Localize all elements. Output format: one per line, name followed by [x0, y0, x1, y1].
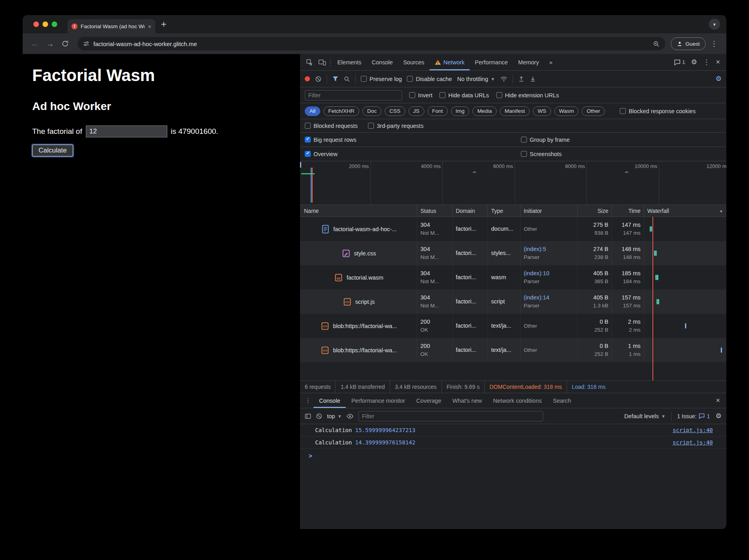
- factorial-input[interactable]: [86, 126, 167, 137]
- preserve-log-checkbox[interactable]: Preserve log: [361, 76, 402, 82]
- drawer-tab-search[interactable]: Search: [547, 393, 577, 408]
- console-message[interactable]: Calculation 14.399999976158142 script.js…: [300, 436, 726, 449]
- zoom-icon[interactable]: [653, 41, 660, 47]
- filter-toggle-button[interactable]: [332, 76, 339, 82]
- filter-chip-other[interactable]: Other: [582, 106, 605, 116]
- browser-tab[interactable]: ! Factorial Wasm (ad hoc Worl ×: [68, 19, 155, 33]
- clear-button[interactable]: [315, 76, 321, 82]
- network-settings-icon[interactable]: ⚙: [716, 75, 722, 83]
- table-row[interactable]: WA factorial.wasm 304Not M... factori...…: [300, 265, 726, 290]
- drawer-tab-network-conditions[interactable]: Network conditions: [488, 393, 548, 408]
- column-waterfall[interactable]: Waterfall ▲: [644, 205, 726, 216]
- group-by-frame-checkbox[interactable]: Group by frame: [521, 137, 570, 143]
- tab-network[interactable]: Network: [430, 54, 470, 70]
- screenshots-checkbox[interactable]: Screenshots: [521, 151, 562, 157]
- tab-sources[interactable]: Sources: [398, 54, 430, 70]
- table-row[interactable]: factorial-wasm-ad-hoc-... 304Not M... fa…: [300, 217, 726, 241]
- drawer-menu-icon[interactable]: ⋮: [302, 393, 314, 408]
- profile-button[interactable]: Guest: [671, 37, 706, 50]
- log-levels-select[interactable]: Default levels ▼: [624, 413, 666, 419]
- console-source-link[interactable]: script.js:40: [673, 427, 713, 433]
- column-initiator[interactable]: Initiator: [520, 205, 577, 216]
- tab-memory[interactable]: Memory: [513, 54, 544, 70]
- drawer-tab-whats-new[interactable]: What's new: [447, 393, 488, 408]
- table-row[interactable]: <> script.js 304Not M... factori... scri…: [300, 290, 726, 314]
- console-clear-button[interactable]: [316, 413, 322, 419]
- tab-close-icon[interactable]: ×: [148, 23, 151, 30]
- console-eye-button[interactable]: [346, 413, 354, 419]
- tab-search-button[interactable]: ▾: [709, 19, 720, 30]
- devtools-menu-icon[interactable]: ⋮: [703, 58, 710, 66]
- column-size[interactable]: Size: [577, 205, 612, 216]
- issues-counter[interactable]: 1: [674, 59, 685, 66]
- console-prompt[interactable]: >: [300, 449, 726, 460]
- address-bar[interactable]: factorial-wasm-ad-hoc-worker.glitch.me: [77, 37, 665, 50]
- overview-checkbox[interactable]: Overview: [305, 151, 337, 157]
- column-type[interactable]: Type: [488, 205, 520, 216]
- hide-extension-urls-checkbox[interactable]: Hide extension URLs: [496, 92, 559, 98]
- calculate-button[interactable]: Calculate: [32, 145, 73, 156]
- request-initiator-link[interactable]: (index):10: [524, 269, 574, 278]
- console-context-select[interactable]: top ▼: [327, 413, 342, 419]
- console-settings-icon[interactable]: ⚙: [716, 412, 722, 420]
- device-toolbar-button[interactable]: [316, 54, 329, 70]
- filter-chip-wasm[interactable]: Wasm: [554, 106, 579, 116]
- blocked-requests-checkbox[interactable]: Blocked requests: [305, 123, 358, 129]
- console-message[interactable]: Calculation 15.599999964237213 script.js…: [300, 424, 726, 436]
- drawer-tab-coverage[interactable]: Coverage: [411, 393, 447, 408]
- filter-chip-js[interactable]: JS: [408, 106, 424, 116]
- column-domain[interactable]: Domain: [452, 205, 488, 216]
- network-search-button[interactable]: [344, 76, 350, 82]
- filter-chip-fetch-xhr[interactable]: Fetch/XHR: [323, 106, 359, 116]
- devtools-settings-icon[interactable]: ⚙: [691, 58, 697, 66]
- big-request-rows-checkbox[interactable]: Big request rows: [305, 137, 356, 143]
- url-text[interactable]: factorial-wasm-ad-hoc-worker.glitch.me: [93, 41, 649, 47]
- disable-cache-checkbox[interactable]: Disable cache: [407, 76, 452, 82]
- third-party-requests-checkbox[interactable]: 3rd-party requests: [368, 123, 424, 129]
- column-status[interactable]: Status: [417, 205, 452, 216]
- console-sidebar-button[interactable]: [305, 413, 311, 419]
- more-tabs-icon[interactable]: »: [544, 54, 557, 70]
- filter-chip-font[interactable]: Font: [428, 106, 448, 116]
- table-row[interactable]: style.css 304Not M... factori... styles.…: [300, 241, 726, 265]
- throttling-select[interactable]: No throttling ▼: [457, 76, 495, 82]
- blocked-response-cookies-checkbox[interactable]: Blocked response cookies: [620, 108, 695, 114]
- minimize-window-button[interactable]: [43, 21, 48, 27]
- tab-elements[interactable]: Elements: [332, 54, 366, 70]
- filter-chip-media[interactable]: Media: [472, 106, 497, 116]
- invert-checkbox[interactable]: Invert: [409, 92, 432, 98]
- table-row[interactable]: <> blob:https://factorial-wa... 200OK fa…: [300, 314, 726, 338]
- back-button[interactable]: ←: [28, 37, 42, 50]
- network-conditions-button[interactable]: [500, 76, 507, 82]
- maximize-window-button[interactable]: [52, 21, 57, 27]
- browser-menu-button[interactable]: ⋮: [707, 39, 721, 48]
- import-har-button[interactable]: [518, 76, 524, 82]
- forward-button[interactable]: →: [43, 37, 57, 50]
- close-window-button[interactable]: [33, 21, 39, 27]
- console-source-link[interactable]: script.js:40: [673, 439, 713, 446]
- filter-chip-all[interactable]: All: [305, 106, 320, 116]
- site-settings-icon[interactable]: [83, 41, 89, 47]
- filter-chip-img[interactable]: Img: [451, 106, 470, 116]
- drawer-tab-performance-monitor[interactable]: Performance monitor: [346, 393, 410, 408]
- table-row[interactable]: <> blob:https://factorial-wa... 200OK fa…: [300, 338, 726, 362]
- column-time[interactable]: Time: [612, 205, 644, 216]
- console-filter-input[interactable]: [358, 411, 543, 421]
- export-har-button[interactable]: [530, 76, 536, 82]
- reload-button[interactable]: [58, 37, 72, 50]
- inspect-element-button[interactable]: [303, 54, 316, 70]
- devtools-close-icon[interactable]: ×: [716, 58, 720, 66]
- hide-data-urls-checkbox[interactable]: Hide data URLs: [439, 92, 489, 98]
- column-name[interactable]: Name: [300, 205, 417, 216]
- filter-chip-ws[interactable]: WS: [533, 106, 551, 116]
- new-tab-button[interactable]: +: [161, 19, 166, 29]
- filter-chip-manifest[interactable]: Manifest: [500, 106, 530, 116]
- request-initiator-link[interactable]: (index):14: [524, 294, 574, 302]
- tab-performance[interactable]: Performance: [470, 54, 513, 70]
- network-overview-timeline[interactable]: 2000 ms 4000 ms 6000 ms 8000 ms 10000 ms…: [300, 161, 726, 205]
- network-filter-input[interactable]: [305, 90, 402, 100]
- record-button[interactable]: [305, 76, 310, 81]
- console-issues-counter[interactable]: 1 Issue: 1: [677, 413, 710, 419]
- drawer-close-icon[interactable]: ×: [716, 396, 724, 405]
- request-initiator-link[interactable]: (index):5: [524, 245, 574, 253]
